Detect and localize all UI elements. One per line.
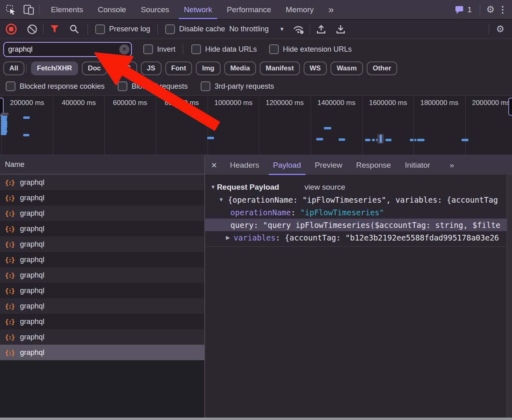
device-toolbar-button[interactable] [23, 4, 35, 16]
network-settings-button[interactable]: ⚙ [493, 22, 507, 36]
payload-operation-name-row[interactable]: operationName: "ipFlowTimeseries" [205, 206, 512, 219]
json-braces-icon: {:} [5, 318, 14, 326]
section-expand-triangle-icon[interactable]: ▼ [210, 184, 216, 190]
request-row[interactable]: {:}graphql [0, 329, 204, 345]
filter-input[interactable] [3, 42, 132, 57]
preserve-log-label: Preserve log [109, 25, 150, 33]
expand-triangle-icon[interactable]: ▼ [219, 197, 224, 203]
request-row[interactable]: {:}graphql [0, 206, 204, 221]
third-party-requests-checkbox[interactable]: 3rd-party requests [201, 81, 274, 91]
tab-payload[interactable]: Payload [266, 155, 308, 175]
more-detail-tabs-button[interactable]: » [443, 155, 461, 175]
separator: : [254, 221, 263, 230]
search-network-button[interactable] [67, 22, 81, 36]
blocked-requests-checkbox[interactable]: Blocked requests [118, 81, 188, 91]
request-payload-title: Request Payload [217, 183, 279, 192]
issues-counter[interactable]: 1 [455, 5, 472, 15]
waterfall-bar [23, 134, 29, 136]
chip-doc[interactable]: Doc [82, 61, 107, 75]
request-row[interactable]: {:}graphql [0, 175, 204, 190]
request-row[interactable]: {:}graphql [0, 252, 204, 267]
settings-button[interactable]: ⚙ [484, 4, 497, 16]
record-network-log-button[interactable] [4, 22, 18, 36]
export-har-button[interactable] [334, 22, 348, 36]
request-row-selected[interactable]: {:}graphql [0, 345, 204, 360]
tab-headers[interactable]: Headers [223, 155, 266, 175]
tab-label: Network [184, 5, 212, 14]
hide-data-urls-checkbox[interactable]: Hide data URLs [191, 44, 257, 54]
request-row[interactable]: {:}graphql [0, 221, 204, 236]
timeline-right-handle[interactable] [508, 98, 512, 116]
blocked-response-cookies-checkbox[interactable]: Blocked response cookies [6, 81, 105, 91]
waterfall-bar [1, 133, 7, 135]
view-source-link[interactable]: view source [304, 183, 345, 192]
invert-checkbox[interactable]: Invert [143, 44, 175, 54]
blocked-requests-label: Blocked requests [131, 82, 188, 91]
details-scrollbar[interactable] [507, 175, 512, 418]
tab-console[interactable]: Console [90, 0, 133, 19]
waterfall-bar [339, 138, 345, 141]
upload-icon [316, 24, 326, 35]
request-name: graphql [20, 178, 44, 187]
chip-label: Font [171, 64, 186, 72]
name-column-header[interactable]: Name [0, 155, 204, 175]
request-name: graphql [20, 302, 44, 311]
chip-font[interactable]: Font [165, 61, 193, 75]
network-conditions-button[interactable] [292, 22, 306, 36]
request-row[interactable]: {:}graphql [0, 283, 204, 298]
filter-toggle-button[interactable] [48, 22, 61, 36]
request-row[interactable]: {:}graphql [0, 267, 204, 283]
json-braces-icon: {:} [5, 256, 14, 264]
disable-cache-checkbox[interactable]: Disable cache [165, 24, 225, 34]
chip-other[interactable]: Other [367, 61, 397, 75]
tab-network[interactable]: Network [177, 0, 220, 19]
clear-filter-button[interactable]: × [119, 44, 129, 55]
request-row[interactable]: {:}graphql [0, 314, 204, 329]
tab-elements[interactable]: Elements [44, 0, 90, 19]
devtools-menu-button[interactable]: ⋮ [497, 4, 509, 16]
payload-root-row[interactable]: ▼ {operationName: "ipFlowTimeseries", va… [205, 193, 512, 206]
divider [39, 4, 39, 15]
tab-sources[interactable]: Sources [133, 0, 177, 19]
waterfall-bar [414, 139, 416, 141]
more-tabs-button[interactable]: » [321, 0, 341, 19]
chip-ws[interactable]: WS [304, 61, 327, 75]
close-details-button[interactable]: × [205, 160, 223, 171]
tab-response[interactable]: Response [349, 155, 398, 175]
tab-performance[interactable]: Performance [219, 0, 278, 19]
hide-extension-urls-checkbox[interactable]: Hide extension URLs [269, 44, 352, 54]
chip-wasm[interactable]: Wasm [330, 61, 363, 75]
inspect-element-button[interactable] [5, 4, 17, 16]
waterfall-bar [410, 139, 414, 141]
record-icon [6, 24, 17, 35]
request-row[interactable]: {:}graphql [0, 236, 204, 252]
preserve-log-checkbox[interactable]: Preserve log [95, 24, 150, 34]
import-har-button[interactable] [314, 22, 328, 36]
property-value: "query ipFlowTimeseries($accountTag: str… [263, 221, 500, 230]
tab-preview[interactable]: Preview [308, 155, 350, 175]
request-row[interactable]: {:}graphql [0, 190, 204, 206]
chip-img[interactable]: Img [196, 61, 220, 75]
network-overview-timeline[interactable]: 200000 ms 400000 ms 600000 ms 800000 ms … [0, 95, 512, 155]
tab-memory[interactable]: Memory [278, 0, 321, 19]
divider [43, 24, 44, 35]
request-row[interactable]: {:}graphql [0, 298, 204, 314]
collapse-triangle-icon[interactable]: ▶ [226, 234, 230, 241]
timeline-tick-label: 1800000 ms [414, 99, 465, 107]
payload-variables-row[interactable]: ▶ variables: {accountTag: "b12e3b2192ee5… [205, 231, 512, 244]
chip-media[interactable]: Media [224, 61, 256, 75]
chip-fetch-xhr[interactable]: Fetch/XHR [31, 61, 78, 75]
chip-manifest[interactable]: Manifest [260, 61, 300, 75]
json-braces-icon: {:} [5, 271, 14, 279]
chip-js[interactable]: JS [141, 61, 162, 75]
chip-css[interactable]: CSS [111, 61, 137, 75]
payload-query-row-selected[interactable]: query: "query ipFlowTimeseries($accountT… [205, 219, 512, 231]
chip-label: Media [230, 64, 250, 72]
tab-initiator[interactable]: Initiator [398, 155, 437, 175]
property-key: variables [234, 233, 276, 242]
property-value: {accountTag: "b12e3b2192ee5588fdad995178… [285, 233, 499, 242]
throttling-select[interactable]: No throttling ▼ [229, 25, 284, 33]
clear-network-log-button[interactable] [25, 22, 39, 36]
chip-all[interactable]: All [3, 61, 24, 75]
requests-panel: Name {:}graphql {:}graphql {:}graphql {:… [0, 155, 205, 418]
